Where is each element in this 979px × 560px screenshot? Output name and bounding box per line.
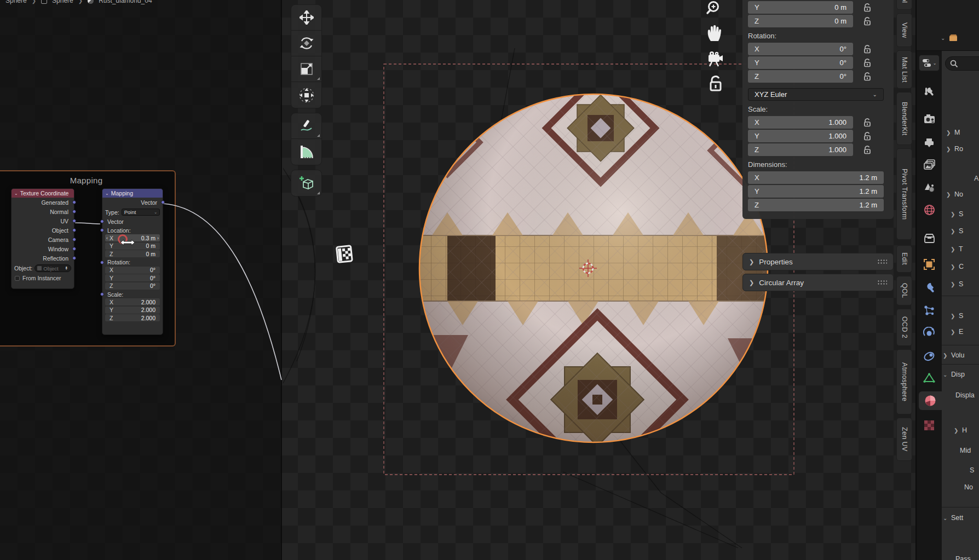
material-tab[interactable] [919,391,942,410]
scale-input-socket[interactable] [100,292,104,296]
properties-section-row[interactable]: ❯ Ro [946,145,963,153]
output-socket[interactable] [72,200,76,204]
camera-view-button[interactable] [705,49,724,69]
view-layer-tab[interactable] [923,158,936,171]
axis-value-field[interactable]: Y 0 m [748,1,853,14]
unlock-icon[interactable] [863,44,871,54]
mapping-node[interactable]: ⌄ Mapping Vector Type: Point ⌄ Vector L [102,188,163,335]
sidebar-tab[interactable]: Tool [896,0,912,10]
texture-tab[interactable] [923,419,936,432]
node-header[interactable]: ⌄ Texture Coordinate [11,189,74,198]
collapse-chevron-icon[interactable]: ⌄ [14,191,18,196]
axis-value-field[interactable]: X 0° [748,43,853,55]
axis-value-field[interactable]: Y 1.000 [748,130,853,142]
render-tab[interactable] [923,112,936,125]
node-axis-field[interactable]: Y 0° [105,274,160,281]
unlock-icon[interactable] [863,72,871,81]
properties-section-row[interactable]: ❯ S [951,280,963,288]
properties-section-row[interactable]: ❯ Volu [943,351,964,359]
node-axis-field[interactable]: Y 2.000 [105,307,160,314]
vector-output-socket[interactable] [161,200,165,204]
axis-value-field[interactable]: Y 0° [748,56,853,69]
drag-grip-icon[interactable] [877,280,887,285]
rotate-tool-button[interactable] [291,31,321,56]
properties-section-row[interactable]: ❯ M [946,129,960,136]
node-axis-field[interactable]: X 2.000 [105,298,160,305]
breadcrumb-object[interactable]: Sphere [52,0,73,4]
axis-value-field[interactable]: X 1.2 m [748,171,884,184]
sidebar-tab[interactable]: Edit [896,245,912,273]
sidebar-tab[interactable]: BlenderKit [896,92,912,145]
scale-tool-button[interactable] [291,56,321,82]
chevron-down-icon[interactable]: ⌄ [941,35,945,41]
properties-section-row[interactable]: ❯ No [946,190,963,198]
particles-tab[interactable] [923,304,936,317]
sidebar-tab[interactable]: OCD 2 [896,309,912,346]
properties-section-row[interactable]: ❯ S [951,210,963,218]
properties-section-row[interactable]: Pass [947,555,971,560]
node-header[interactable]: ⌄ Mapping [102,189,163,198]
constraints-tab[interactable] [923,350,936,363]
tool-tab[interactable] [923,85,936,98]
breadcrumb-scene[interactable]: Sphere [5,0,27,4]
eyedropper-icon[interactable]: ✒ [64,266,69,270]
unlock-icon[interactable] [863,118,871,127]
properties-section-row[interactable]: ⌄ Disp [943,371,965,378]
add-cube-tool-button[interactable] [291,170,321,196]
object-tab[interactable] [923,258,936,271]
properties-section-row[interactable]: ❯ C [951,263,964,270]
properties-section-row[interactable]: ❯ H [954,426,967,434]
rotation-mode-dropdown[interactable]: XYZ Euler ⌄ [748,88,884,101]
output-socket[interactable] [72,256,76,260]
modifiers-tab[interactable] [923,281,936,294]
object-picker-field[interactable]: Object ✒ [34,264,71,272]
move-tool-button[interactable] [291,5,321,31]
sidebar-tab[interactable]: Zen UV [896,418,912,461]
properties-section-row[interactable]: No [956,483,973,491]
annotate-tool-button[interactable] [291,113,321,139]
collection-tab[interactable] [923,232,936,245]
from-instancer-checkbox[interactable] [15,276,20,281]
properties-section-row[interactable]: S [961,466,974,474]
location-input-socket[interactable] [100,228,104,232]
sidebar-tab[interactable]: Pivot Transform [896,148,912,240]
unlock-icon[interactable] [863,16,871,26]
output-socket[interactable] [72,210,76,213]
unlock-icon[interactable] [863,145,871,154]
axis-value-field[interactable]: Z 0° [748,70,853,83]
output-socket[interactable] [72,247,76,251]
rotation-input-socket[interactable] [100,261,104,264]
properties-section-row[interactable]: Mid [952,447,971,454]
zoom-button[interactable] [705,0,724,19]
axis-value-field[interactable]: Z 1.000 [748,143,853,156]
sidebar-tab[interactable]: Mat List [896,50,912,89]
collapse-chevron-icon[interactable]: ⌄ [105,191,109,196]
type-dropdown[interactable]: Point ⌄ [122,209,160,216]
breadcrumb-material[interactable]: Rust_diamond_04 [99,0,152,4]
axis-value-field[interactable]: Z 1.2 m [748,199,884,211]
vector-input-socket[interactable] [100,220,104,223]
pan-button[interactable] [706,24,723,43]
physics-tab[interactable] [923,326,936,339]
object-data-tab[interactable] [923,372,936,385]
properties-section-row[interactable]: ❯ T [951,245,963,253]
properties-panel-header[interactable]: ❯ Properties [742,253,894,270]
node-axis-field[interactable]: X 0° [105,267,160,274]
drag-grip-icon[interactable] [877,259,887,264]
axis-value-field[interactable]: X 1.000 [748,116,853,129]
unlock-icon[interactable] [863,58,871,67]
properties-section-row[interactable]: A [966,175,978,182]
scene-tab[interactable] [923,181,936,194]
axis-value-field[interactable]: Z 0 m [748,15,853,27]
properties-section-row[interactable]: ❯ S [951,312,963,320]
editor-type-button[interactable]: ⌄ [919,55,940,71]
sidebar-tab[interactable]: Atmosphere [896,349,912,414]
measure-tool-button[interactable] [291,139,321,165]
node-axis-field[interactable]: Z 0 m [105,250,160,257]
output-socket[interactable] [72,238,76,241]
search-field[interactable] [945,56,979,71]
texture-coordinate-node[interactable]: ⌄ Texture Coordinate Generated Normal UV… [11,188,74,289]
sidebar-tab[interactable]: QOL [896,276,912,305]
unlock-icon[interactable] [863,131,871,141]
sidebar-tab[interactable]: View [896,13,912,47]
